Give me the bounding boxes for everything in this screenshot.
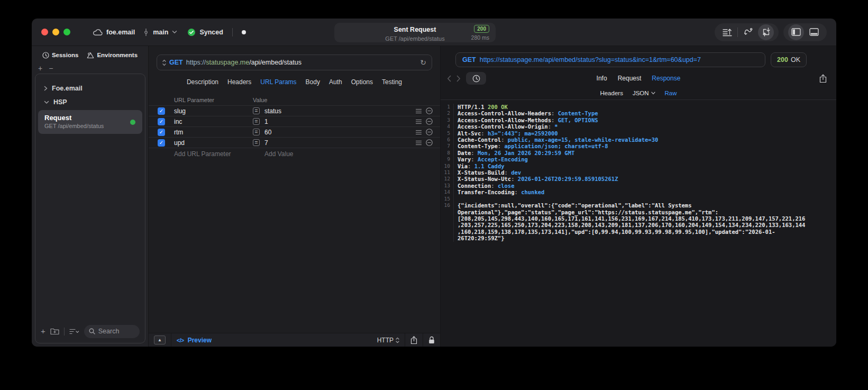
sort-requests-button[interactable] bbox=[719, 24, 735, 40]
param-value[interactable]: 7 bbox=[264, 139, 413, 147]
param-value[interactable]: 60 bbox=[264, 129, 413, 136]
sidebar-toolbar-divider bbox=[64, 328, 65, 335]
request-item-title: Request bbox=[44, 114, 136, 122]
response-url-pill[interactable]: GET https://statuspage.me/api/embed/stat… bbox=[455, 52, 765, 67]
code-icon: </> bbox=[177, 337, 184, 343]
sent-request-summary[interactable]: Sent Request 200 GET /api/embed/status 2… bbox=[334, 23, 496, 42]
param-enabled-checkbox[interactable]: ✓ bbox=[158, 107, 165, 115]
request-url[interactable]: https://statuspage.me/api/embed/status bbox=[186, 59, 417, 66]
request-url-bar[interactable]: GET https://statuspage.me/api/embed/stat… bbox=[157, 55, 432, 70]
search-input[interactable] bbox=[98, 328, 135, 335]
param-value[interactable]: 1 bbox=[264, 118, 413, 125]
toolbar-divider bbox=[737, 28, 738, 37]
merge-icon[interactable] bbox=[740, 24, 756, 40]
remove-session-button[interactable]: − bbox=[49, 66, 53, 71]
param-name[interactable]: upd bbox=[174, 139, 253, 147]
method-stepper-icon[interactable] bbox=[162, 59, 166, 66]
history-clock-button[interactable] bbox=[466, 72, 486, 85]
response-subtabs: HeadersJSONRaw bbox=[441, 86, 836, 100]
request-status-dot bbox=[130, 120, 135, 125]
row-options-icon[interactable] bbox=[416, 119, 422, 124]
new-folder-icon[interactable] bbox=[50, 328, 59, 335]
sync-status-label: Synced bbox=[199, 29, 223, 36]
footer-divider bbox=[423, 333, 423, 347]
response-tab[interactable]: Request bbox=[618, 75, 642, 82]
request-tab[interactable]: Body bbox=[306, 78, 320, 86]
remove-row-icon[interactable] bbox=[426, 118, 433, 125]
row-options-icon[interactable] bbox=[416, 140, 422, 146]
add-session-button[interactable]: + bbox=[38, 66, 42, 71]
param-enabled-checkbox[interactable]: ✓ bbox=[158, 139, 165, 147]
code-line: 15 bbox=[441, 196, 836, 202]
toggle-bottom-panel-button[interactable] bbox=[806, 24, 822, 40]
request-list-item-selected[interactable]: Request GET /api/embed/status bbox=[38, 110, 142, 134]
row-options-icon[interactable] bbox=[416, 130, 422, 135]
equals-icon: = bbox=[253, 118, 260, 125]
response-url-row: GET https://statuspage.me/api/embed/stat… bbox=[441, 46, 836, 70]
protocol-label: HTTP bbox=[377, 337, 394, 344]
toggle-left-sidebar-button[interactable] bbox=[788, 24, 804, 40]
close-window-button[interactable] bbox=[41, 29, 48, 35]
response-tab[interactable]: Response bbox=[652, 75, 680, 82]
main-content: Sessions Environments + − bbox=[32, 46, 836, 347]
param-name[interactable]: inc bbox=[174, 118, 253, 125]
param-name[interactable]: rtm bbox=[174, 129, 253, 136]
toolbar-group-actions bbox=[715, 23, 779, 41]
response-tab[interactable]: Info bbox=[597, 75, 607, 82]
history-forward-button[interactable] bbox=[456, 75, 461, 82]
branch-name[interactable]: main bbox=[153, 29, 168, 36]
param-enabled-checkbox[interactable]: ✓ bbox=[158, 118, 165, 125]
protocol-selector[interactable]: HTTP bbox=[377, 337, 399, 344]
tab-environments[interactable]: Environments bbox=[87, 52, 138, 59]
param-enabled-checkbox[interactable]: ✓ bbox=[158, 129, 165, 136]
chevron-right-icon[interactable] bbox=[44, 86, 48, 91]
list-filter-button[interactable] bbox=[69, 328, 79, 335]
response-subtab[interactable]: JSON bbox=[633, 90, 655, 96]
tree-item-hsp[interactable]: HSP bbox=[35, 95, 145, 109]
chevron-down-icon bbox=[651, 92, 655, 95]
tree-item-foe-email[interactable]: Foe.email bbox=[35, 81, 145, 95]
param-row[interactable]: ✓ rtm = 60 bbox=[149, 126, 440, 137]
cloud-icon bbox=[93, 28, 103, 36]
request-tab[interactable]: Description bbox=[187, 78, 218, 86]
resend-request-icon[interactable]: ↻ bbox=[420, 59, 426, 66]
preview-button[interactable]: </> Preview bbox=[177, 337, 212, 344]
sidebar-search[interactable] bbox=[84, 325, 140, 338]
history-back-button[interactable] bbox=[447, 75, 451, 82]
zoom-window-button[interactable] bbox=[63, 29, 70, 35]
chevron-down-icon[interactable] bbox=[44, 101, 49, 104]
remove-row-icon[interactable] bbox=[426, 129, 433, 135]
import-export-button[interactable] bbox=[758, 24, 774, 40]
tab-sessions[interactable]: Sessions bbox=[42, 52, 79, 59]
project-name[interactable]: foe.email bbox=[106, 29, 135, 36]
request-method[interactable]: GET bbox=[169, 59, 183, 66]
expand-panel-button[interactable]: ▲ bbox=[154, 335, 166, 344]
minimize-window-button[interactable] bbox=[52, 29, 59, 35]
export-response-icon[interactable] bbox=[819, 74, 827, 83]
param-row[interactable]: ✓ upd = 7 bbox=[149, 137, 440, 148]
param-name[interactable]: slug bbox=[174, 107, 253, 115]
remove-row-icon[interactable] bbox=[426, 139, 433, 146]
response-raw-view[interactable]: 1HTTP/1.1 200 OK2Access-Control-Allow-He… bbox=[441, 100, 836, 347]
lock-icon[interactable] bbox=[428, 336, 435, 344]
remove-row-icon[interactable] bbox=[426, 107, 433, 114]
request-tab[interactable]: Testing bbox=[382, 78, 402, 86]
param-value[interactable]: status bbox=[264, 107, 413, 115]
tree-item-label: HSP bbox=[53, 98, 67, 106]
footer-divider bbox=[405, 333, 405, 347]
request-tab[interactable]: Auth bbox=[329, 78, 342, 86]
param-row[interactable]: ✓ inc = 1 bbox=[149, 116, 440, 126]
branch-chevron-down-icon[interactable] bbox=[172, 30, 177, 34]
url-params-table: URL Parameter Value ✓ slug = status ✓ in… bbox=[149, 95, 440, 159]
project-group: foe.email main Synced bbox=[93, 28, 246, 37]
response-subtab[interactable]: Headers bbox=[600, 90, 623, 96]
response-subtab[interactable]: Raw bbox=[665, 90, 677, 96]
params-add-row[interactable]: Add URL Parameter Add Value bbox=[149, 148, 440, 159]
param-row[interactable]: ✓ slug = status bbox=[149, 105, 440, 116]
request-tab[interactable]: URL Params bbox=[260, 78, 296, 86]
add-request-button[interactable]: + bbox=[41, 328, 45, 334]
row-options-icon[interactable] bbox=[416, 108, 422, 114]
share-icon[interactable] bbox=[410, 336, 417, 344]
request-tab[interactable]: Headers bbox=[227, 78, 251, 86]
request-tab[interactable]: Options bbox=[351, 78, 373, 86]
